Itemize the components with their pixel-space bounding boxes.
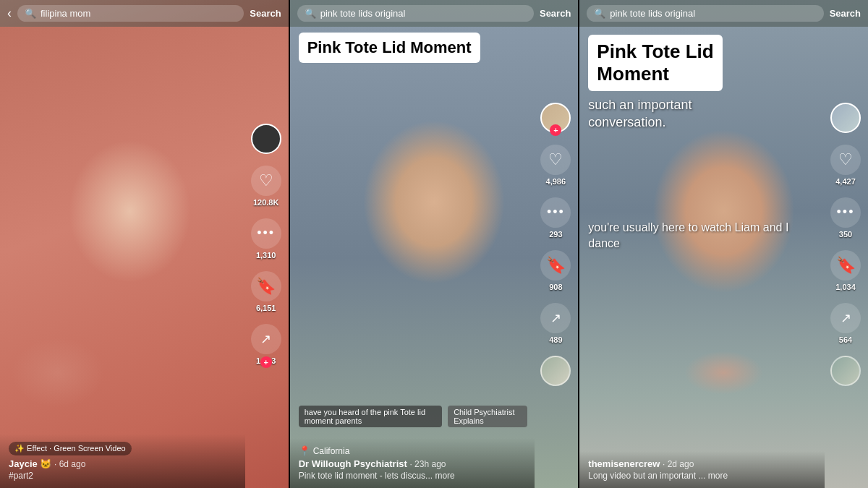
heart-count-2: 4,986 (546, 177, 566, 186)
heart-count-3: 4,427 (835, 177, 856, 186)
panel3-title-box: Pink Tote LidMoment (588, 35, 722, 91)
video-person-1 (0, 27, 289, 488)
avatar-group-action-3 (830, 356, 861, 386)
search-input-area-2[interactable]: 🔍 pink tote lids original (297, 5, 534, 22)
share-action-2[interactable]: ↗ 489 (540, 303, 571, 344)
dots-button-3[interactable]: ••• (830, 197, 861, 228)
dots-count-1: 1,310 (256, 251, 276, 260)
child-psych-tag-2: Child Psychiatrist Explains (448, 406, 527, 427)
effect-tag-1: ✨ Effect · Green Screen Video (9, 442, 132, 455)
age-1: · 6d ago (54, 459, 85, 469)
desc-row-2: have you heard of the pink Tote lid mome… (299, 406, 528, 427)
caption-2: Pink tote lid moment - lets discus... mo… (299, 471, 527, 481)
avatar-group-action-2 (540, 356, 571, 386)
action-buttons-2: + ♡ 4,986 ••• 293 🔖 908 ↗ 489 (540, 103, 571, 386)
bookmark-button-2[interactable]: 🔖 (540, 250, 571, 281)
share-count-2: 489 (549, 335, 562, 344)
bookmark-action-2[interactable]: 🔖 908 (540, 250, 571, 291)
pink-tote-title-2: Pink Tote Lid Moment (299, 33, 480, 63)
share-button-3[interactable]: ↗ (830, 303, 861, 333)
watch-liam-text: you're usually here to watch Liam and I … (588, 220, 817, 252)
search-bar-3: 🔍 pink tote lids original Search (579, 0, 868, 27)
heart-icon-3: ♡ (838, 150, 853, 169)
bookmark-count-3: 1,034 (835, 283, 856, 291)
share-icon-2: ↗ (550, 310, 561, 326)
bookmark-icon-1: 🔖 (256, 277, 276, 296)
video-panel-3: 🔍 pink tote lids original Search Pink To… (579, 0, 868, 488)
bookmark-button-1[interactable]: 🔖 (251, 271, 281, 301)
search-bar-2: 🔍 pink tote lids original Search (290, 0, 579, 27)
dots-icon-2: ••• (547, 205, 565, 220)
heart-button-2[interactable]: ♡ (540, 145, 571, 175)
title-overlay-2: Pink Tote Lid Moment (299, 33, 528, 63)
bottom-info-3: themisenercrew · 2d ago Long video but a… (579, 451, 825, 488)
bookmark-icon-3: 🔖 (836, 256, 856, 275)
search-input-area-1[interactable]: 🔍 filipina mom (17, 5, 244, 22)
dots-count-2: 293 (549, 230, 562, 239)
heart-action-1[interactable]: ♡ 120.8K (251, 166, 281, 207)
age-3: · 2d ago (663, 459, 694, 469)
search-query-2: pink tote lids original (320, 8, 406, 19)
dots-action-3[interactable]: ••• 350 (830, 197, 861, 239)
search-bar-1: ‹ 🔍 filipina mom Search (0, 0, 289, 27)
search-button-2[interactable]: Search (540, 8, 571, 19)
age-2: · 23h ago (409, 459, 446, 469)
share-icon-3: ↗ (841, 310, 851, 326)
video-panel-2: 🔍 pink tote lids original Search Pink To… (290, 0, 580, 488)
heart-button-3[interactable]: ♡ (830, 145, 861, 175)
caption-3: Long video but an important ... more (588, 471, 816, 481)
dots-count-3: 350 (839, 230, 852, 239)
action-buttons-3: ♡ 4,427 ••• 350 🔖 1,034 ↗ 564 (830, 103, 861, 386)
video-panel-1: ‹ 🔍 filipina mom Search + ♡ 120.8K ••• 1… (0, 0, 290, 488)
panel3-subtitle: such an importantconversation. (588, 97, 817, 131)
heart-icon-1: ♡ (259, 171, 273, 190)
dots-action-1[interactable]: ••• 1,310 (251, 218, 281, 260)
username-1: Jaycie 🐱 · 6d ago (9, 458, 237, 469)
avatar-group-3 (830, 356, 861, 386)
bookmark-icon-2: 🔖 (546, 256, 566, 275)
share-icon-1: ↗ (260, 331, 271, 347)
dots-action-2[interactable]: ••• 293 (540, 197, 571, 239)
bookmark-action-3[interactable]: 🔖 1,034 (830, 250, 861, 291)
share-action-3[interactable]: ↗ 564 (830, 303, 861, 344)
desc-text-2: have you heard of the pink Tote lid mome… (299, 406, 442, 427)
dots-button-2[interactable]: ••• (540, 197, 571, 228)
action-buttons-1: + ♡ 120.8K ••• 1,310 🔖 6,151 ↗ 1,413 (251, 124, 281, 365)
bookmark-button-3[interactable]: 🔖 (830, 250, 861, 281)
share-button-2[interactable]: ↗ (540, 303, 571, 333)
location-pin-2: 📍 (299, 445, 310, 456)
avatar-action-2[interactable]: + (540, 103, 571, 133)
bookmark-count-1: 6,151 (256, 304, 276, 312)
search-icon-3: 🔍 (594, 8, 605, 19)
share-button-1[interactable]: ↗ (251, 324, 281, 354)
search-query-3: pink tote lids original (610, 8, 695, 19)
heart-icon-2: ♡ (548, 150, 563, 169)
dots-icon-3: ••• (837, 205, 855, 220)
avatar-action-1[interactable]: + (251, 124, 281, 154)
bottom-info-2: 📍 California Dr Willough Psychiatrist · … (290, 438, 535, 488)
search-query-1: filipina mom (41, 8, 90, 19)
description-overlay-2: have you heard of the pink Tote lid mome… (299, 406, 528, 430)
avatar-action-3[interactable] (830, 103, 861, 133)
search-icon-2: 🔍 (305, 8, 316, 19)
heart-action-3[interactable]: ♡ 4,427 (830, 145, 861, 186)
heart-button-1[interactable]: ♡ (251, 166, 281, 196)
avatar-1 (251, 124, 281, 154)
heart-action-2[interactable]: ♡ 4,986 (540, 145, 571, 186)
share-count-3: 564 (839, 335, 852, 344)
follow-plus-1: + (260, 356, 272, 368)
dots-button-1[interactable]: ••• (251, 218, 281, 249)
bottom-info-1: ✨ Effect · Green Screen Video Jaycie 🐱 ·… (0, 434, 245, 488)
username-2: Dr Willough Psychiatrist · 23h ago (299, 458, 527, 469)
search-button-1[interactable]: Search (250, 8, 281, 19)
back-button-1[interactable]: ‹ (7, 6, 12, 21)
bookmark-action-1[interactable]: 🔖 6,151 (251, 271, 281, 312)
bookmark-count-2: 908 (549, 283, 562, 291)
search-input-area-3[interactable]: 🔍 pink tote lids original (587, 5, 823, 22)
panel3-title-overlay: Pink Tote LidMoment such an importantcon… (588, 35, 817, 131)
dots-icon-1: ••• (257, 226, 275, 241)
search-button-3[interactable]: Search (830, 8, 861, 19)
avatar-3 (830, 103, 861, 133)
follow-plus-2: + (550, 124, 561, 136)
heart-count-1: 120.8K (253, 198, 278, 207)
